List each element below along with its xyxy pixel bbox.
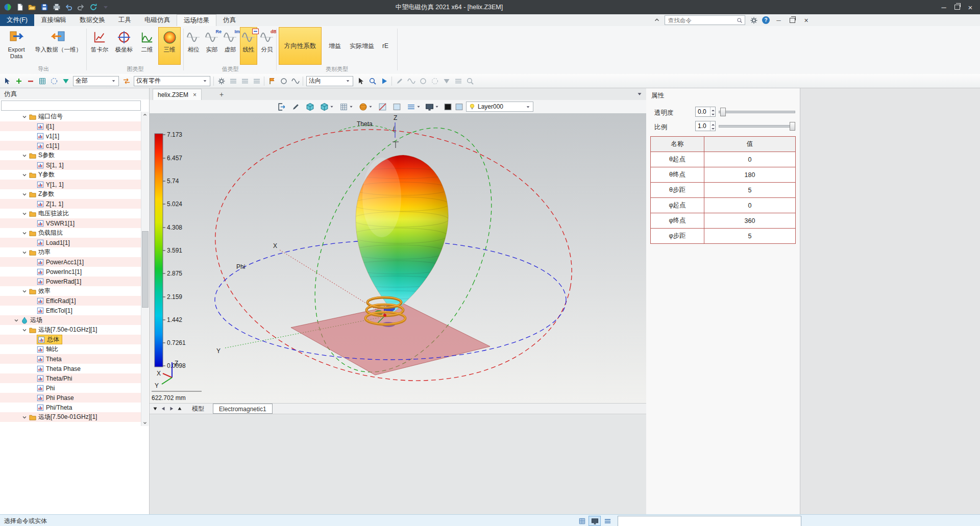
cartesian-button[interactable]: 笛卡尔 [88,27,111,65]
panel-menu-icon[interactable] [636,90,643,97]
remove-entity-icon[interactable] [26,77,35,85]
row-value[interactable]: 180 [704,167,796,183]
tree-leaf[interactable]: Z[1, 1] [0,199,141,209]
tree-leaf[interactable]: PowerAcc1[1] [0,257,141,267]
tree-folder[interactable]: 远场[7.50e-01GHz][1] [0,412,141,422]
black-color-swatch[interactable] [444,102,452,112]
tree-leaf[interactable]: Phi/Theta [0,403,141,412]
realized-gain-button[interactable]: 实际增益 [347,39,377,53]
grid-plane-icon[interactable] [393,102,401,112]
zoom-icon[interactable] [368,77,377,85]
tree-leaf[interactable]: PowerInc1[1] [0,267,141,277]
background-color-swatch[interactable] [455,102,463,112]
table-row[interactable]: θ终点180 [651,167,796,183]
chevron-down-icon[interactable] [21,288,28,294]
real-part-button[interactable]: Re 实部 [203,27,220,65]
chevron-down-icon[interactable] [13,317,19,323]
normal-direction-combo[interactable]: 法向 [306,76,353,86]
list-icon[interactable] [601,516,614,526]
tab-simulation[interactable]: 仿真 [216,14,242,26]
exit-viewport-icon[interactable] [277,102,286,112]
tree-folder[interactable]: Z参数 [0,189,141,199]
shaded-view-icon[interactable] [306,102,314,112]
appearance-dropdown[interactable] [359,102,373,112]
tree-leaf[interactable]: Load1[1] [0,238,141,247]
new-tab-button[interactable]: + [217,90,226,99]
scrollbar-thumb[interactable] [142,231,149,308]
minimize-icon[interactable]: ─ [937,0,950,14]
tree-folder[interactable]: S参数 [0,151,141,160]
tree-leaf[interactable]: EfficTol[1] [0,306,141,315]
tab-direct-edit[interactable]: 直接编辑 [34,14,73,26]
undo-icon[interactable] [64,3,73,12]
transparency-spinner[interactable] [695,107,716,117]
last-page-icon[interactable] [176,405,183,413]
tab-tools[interactable]: 工具 [112,14,138,26]
close-icon[interactable]: × [964,0,977,14]
tree-leaf[interactable]: EfficRad[1] [0,296,141,306]
scale-input[interactable] [696,121,710,131]
db-button[interactable]: dB 分贝 [258,27,276,65]
directivity-button[interactable]: 方向性系数 [279,27,322,65]
scale-slider[interactable] [719,125,795,128]
tree-leaf[interactable]: Theta Phase [0,364,141,373]
tree-leaf[interactable]: PowerRad[1] [0,277,141,286]
tree-leaf[interactable]: Theta/Phi [0,373,141,383]
curve-icon[interactable] [291,77,300,85]
export-data-button[interactable]: Export Data [3,27,30,65]
row-value[interactable]: 5 [704,183,796,198]
prev-page-icon[interactable] [160,405,167,413]
tree-leaf[interactable]: c1[1] [0,141,141,151]
restore-icon[interactable] [950,0,964,14]
chevron-down-icon[interactable] [21,211,28,217]
tree-scrollbar[interactable] [141,112,149,426]
help-icon[interactable]: ? [762,16,770,24]
transparency-slider[interactable] [719,111,795,113]
refresh-icon[interactable] [89,3,97,12]
chevron-down-icon[interactable] [21,327,28,333]
scroll-up-icon[interactable] [142,112,148,118]
scale-slider-thumb[interactable] [790,122,795,131]
tree-leaf[interactable]: i[1] [0,121,141,131]
ellipse-tool-icon[interactable] [430,77,439,85]
play-icon[interactable] [380,77,388,85]
viewport-3d-scene[interactable]: 7.173 6.457 5.74 5.024 4.308 3.591 2.875… [150,113,646,403]
tab-em-simulation[interactable]: 电磁仿真 [138,14,177,26]
command-search[interactable] [665,15,745,25]
target-icon[interactable] [279,77,288,85]
print-icon[interactable] [52,3,61,12]
linear-button[interactable]: 线性 [240,27,257,65]
entity-filter-combo[interactable]: 全部 [73,76,119,86]
tree-folder[interactable]: 负载阻抗 [0,228,141,238]
pencil-icon[interactable] [395,77,404,85]
table-row[interactable]: θ起点0 [651,152,796,167]
table-row[interactable]: φ终点360 [651,213,796,229]
tree-folder[interactable]: 效率 [0,286,141,296]
phase-button[interactable]: 相位 [185,27,202,65]
document-tab[interactable]: helix.Z3EM × [153,89,202,100]
gear-icon[interactable] [749,16,758,24]
table-row[interactable]: φ步距5 [651,229,796,244]
transparency-input[interactable] [696,107,710,116]
measure-icon[interactable] [465,77,474,85]
first-page-icon[interactable] [152,405,159,413]
two-d-button[interactable]: 二维 [137,27,157,65]
lasso-select-icon[interactable] [50,77,58,85]
layout-grid-icon[interactable] [576,516,588,526]
tree-leaf[interactable]: Phi [0,383,141,393]
scale-spinner[interactable] [695,121,716,131]
probe-icon[interactable] [291,102,300,112]
table-row[interactable]: θ步距5 [651,183,796,198]
tree-leaf[interactable]: Theta [0,354,141,364]
chevron-down-icon[interactable] [21,172,28,178]
chevron-down-icon[interactable] [21,414,28,420]
polar-button[interactable]: 极坐标 [112,27,136,65]
align-left-icon[interactable] [229,77,237,85]
polygon-tool-icon[interactable] [442,77,451,85]
wireframe-dropdown[interactable] [339,102,354,112]
redo-icon[interactable] [77,3,85,12]
mdi-restore-icon[interactable] [788,16,797,24]
mdi-minimize-icon[interactable]: ─ [774,16,783,24]
tree-folder-farfield[interactable]: 远场 [0,315,141,325]
layer-combo[interactable]: Layer000 [466,102,533,112]
